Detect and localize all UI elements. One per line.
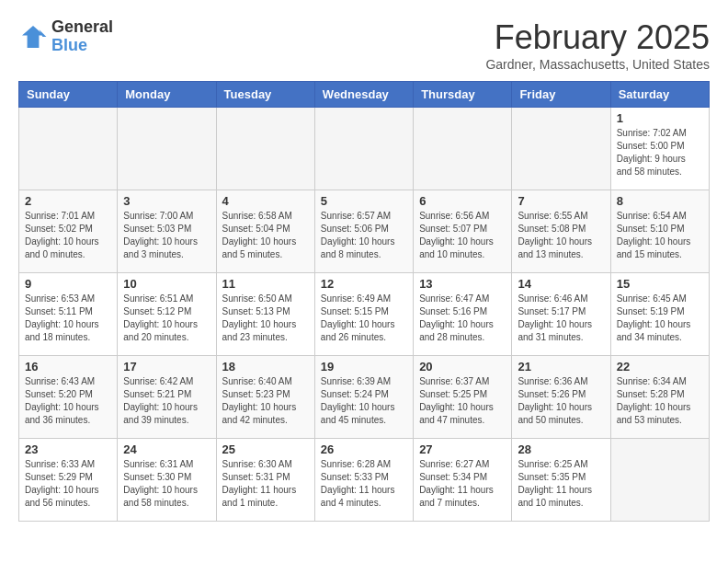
calendar-cell: 6Sunrise: 6:56 AM Sunset: 5:07 PM Daylig… — [414, 190, 512, 273]
calendar-cell — [216, 108, 314, 190]
day-info: Sunrise: 6:34 AM Sunset: 5:28 PM Dayligh… — [617, 375, 703, 427]
week-row-5: 23Sunrise: 6:33 AM Sunset: 5:29 PM Dayli… — [19, 439, 710, 522]
logo: General Blue — [18, 18, 113, 55]
weekday-header-saturday: Saturday — [610, 82, 709, 108]
calendar-cell — [414, 108, 512, 190]
day-number: 4 — [222, 194, 309, 208]
day-info: Sunrise: 6:39 AM Sunset: 5:24 PM Dayligh… — [321, 375, 407, 427]
calendar-subtitle: Gardner, Massachusetts, United States — [485, 57, 710, 72]
calendar-cell: 8Sunrise: 6:54 AM Sunset: 5:10 PM Daylig… — [610, 190, 709, 273]
day-number: 15 — [617, 277, 703, 291]
calendar-cell: 4Sunrise: 6:58 AM Sunset: 5:04 PM Daylig… — [216, 190, 314, 273]
week-row-1: 1Sunrise: 7:02 AM Sunset: 5:00 PM Daylig… — [19, 108, 710, 190]
calendar-cell — [314, 108, 413, 190]
day-info: Sunrise: 6:25 AM Sunset: 5:35 PM Dayligh… — [518, 458, 604, 510]
day-number: 8 — [617, 194, 703, 208]
day-number: 10 — [123, 277, 210, 291]
calendar-cell: 23Sunrise: 6:33 AM Sunset: 5:29 PM Dayli… — [19, 439, 118, 522]
day-number: 14 — [518, 277, 604, 291]
day-number: 20 — [419, 360, 506, 373]
day-info: Sunrise: 6:58 AM Sunset: 5:04 PM Dayligh… — [222, 210, 309, 261]
day-info: Sunrise: 6:36 AM Sunset: 5:26 PM Dayligh… — [518, 375, 604, 427]
weekday-header-monday: Monday — [118, 82, 216, 108]
calendar-cell: 28Sunrise: 6:25 AM Sunset: 5:35 PM Dayli… — [512, 439, 610, 522]
day-info: Sunrise: 6:49 AM Sunset: 5:15 PM Dayligh… — [321, 293, 407, 344]
calendar-cell — [512, 108, 610, 190]
svg-marker-1 — [22, 26, 44, 48]
day-number: 25 — [222, 442, 309, 456]
day-info: Sunrise: 6:54 AM Sunset: 5:10 PM Dayligh… — [617, 210, 703, 261]
calendar-title: February 2025 — [485, 18, 710, 57]
day-number: 5 — [321, 194, 407, 208]
day-number: 1 — [617, 111, 703, 125]
week-row-2: 2Sunrise: 7:01 AM Sunset: 5:02 PM Daylig… — [19, 190, 710, 273]
day-info: Sunrise: 6:53 AM Sunset: 5:11 PM Dayligh… — [25, 293, 111, 344]
day-number: 3 — [123, 194, 210, 208]
day-number: 7 — [518, 194, 604, 208]
calendar-cell: 25Sunrise: 6:30 AM Sunset: 5:31 PM Dayli… — [216, 439, 314, 522]
week-row-4: 16Sunrise: 6:43 AM Sunset: 5:20 PM Dayli… — [19, 356, 710, 439]
day-number: 22 — [617, 360, 703, 373]
weekday-header-tuesday: Tuesday — [216, 82, 314, 108]
page-header: General Blue February 2025 Gardner, Mass… — [18, 18, 710, 72]
day-number: 28 — [518, 442, 604, 456]
day-info: Sunrise: 6:56 AM Sunset: 5:07 PM Dayligh… — [419, 210, 506, 261]
day-info: Sunrise: 6:57 AM Sunset: 5:06 PM Dayligh… — [321, 210, 407, 261]
day-number: 6 — [419, 194, 506, 208]
day-info: Sunrise: 6:27 AM Sunset: 5:34 PM Dayligh… — [419, 458, 506, 510]
day-info: Sunrise: 6:50 AM Sunset: 5:13 PM Dayligh… — [222, 293, 309, 344]
calendar-cell: 12Sunrise: 6:49 AM Sunset: 5:15 PM Dayli… — [314, 273, 413, 356]
day-number: 27 — [419, 442, 506, 456]
calendar-cell — [118, 108, 216, 190]
calendar-cell: 1Sunrise: 7:02 AM Sunset: 5:00 PM Daylig… — [610, 108, 709, 190]
day-info: Sunrise: 7:01 AM Sunset: 5:02 PM Dayligh… — [25, 210, 111, 261]
weekday-header-wednesday: Wednesday — [314, 82, 413, 108]
calendar-cell: 19Sunrise: 6:39 AM Sunset: 5:24 PM Dayli… — [314, 356, 413, 439]
day-number: 18 — [222, 360, 309, 373]
calendar-cell: 13Sunrise: 6:47 AM Sunset: 5:16 PM Dayli… — [414, 273, 512, 356]
calendar-cell: 16Sunrise: 6:43 AM Sunset: 5:20 PM Dayli… — [19, 356, 118, 439]
calendar-cell — [19, 108, 118, 190]
week-row-3: 9Sunrise: 6:53 AM Sunset: 5:11 PM Daylig… — [19, 273, 710, 356]
day-number: 21 — [518, 360, 604, 373]
calendar-cell: 20Sunrise: 6:37 AM Sunset: 5:25 PM Dayli… — [414, 356, 512, 439]
calendar-cell: 11Sunrise: 6:50 AM Sunset: 5:13 PM Dayli… — [216, 273, 314, 356]
day-number: 9 — [25, 277, 111, 291]
day-info: Sunrise: 6:28 AM Sunset: 5:33 PM Dayligh… — [321, 458, 407, 510]
weekday-header-sunday: Sunday — [19, 82, 118, 108]
day-info: Sunrise: 6:31 AM Sunset: 5:30 PM Dayligh… — [123, 458, 210, 510]
calendar-cell — [610, 439, 709, 522]
calendar-table: SundayMondayTuesdayWednesdayThursdayFrid… — [18, 81, 710, 522]
day-number: 26 — [321, 442, 407, 456]
calendar-cell: 18Sunrise: 6:40 AM Sunset: 5:23 PM Dayli… — [216, 356, 314, 439]
calendar-cell: 22Sunrise: 6:34 AM Sunset: 5:28 PM Dayli… — [610, 356, 709, 439]
calendar-cell: 17Sunrise: 6:42 AM Sunset: 5:21 PM Dayli… — [118, 356, 216, 439]
day-number: 23 — [25, 442, 111, 456]
logo-text: General Blue — [51, 18, 113, 55]
calendar-cell: 9Sunrise: 6:53 AM Sunset: 5:11 PM Daylig… — [19, 273, 118, 356]
calendar-cell: 15Sunrise: 6:45 AM Sunset: 5:19 PM Dayli… — [610, 273, 709, 356]
day-info: Sunrise: 6:55 AM Sunset: 5:08 PM Dayligh… — [518, 210, 604, 261]
weekday-header-thursday: Thursday — [414, 82, 512, 108]
day-info: Sunrise: 7:00 AM Sunset: 5:03 PM Dayligh… — [123, 210, 210, 261]
logo-icon — [18, 22, 48, 52]
weekday-header-friday: Friday — [512, 82, 610, 108]
day-info: Sunrise: 6:46 AM Sunset: 5:17 PM Dayligh… — [518, 293, 604, 344]
day-info: Sunrise: 6:43 AM Sunset: 5:20 PM Dayligh… — [25, 375, 111, 427]
day-number: 16 — [25, 360, 111, 373]
weekday-header-row: SundayMondayTuesdayWednesdayThursdayFrid… — [19, 82, 710, 108]
calendar-cell: 24Sunrise: 6:31 AM Sunset: 5:30 PM Dayli… — [118, 439, 216, 522]
day-number: 12 — [321, 277, 407, 291]
calendar-cell: 27Sunrise: 6:27 AM Sunset: 5:34 PM Dayli… — [414, 439, 512, 522]
day-number: 17 — [123, 360, 210, 373]
day-info: Sunrise: 6:33 AM Sunset: 5:29 PM Dayligh… — [25, 458, 111, 510]
calendar-cell: 26Sunrise: 6:28 AM Sunset: 5:33 PM Dayli… — [314, 439, 413, 522]
title-section: February 2025 Gardner, Massachusetts, Un… — [485, 18, 710, 72]
calendar-cell: 7Sunrise: 6:55 AM Sunset: 5:08 PM Daylig… — [512, 190, 610, 273]
day-info: Sunrise: 6:47 AM Sunset: 5:16 PM Dayligh… — [419, 293, 506, 344]
day-number: 24 — [123, 442, 210, 456]
day-info: Sunrise: 7:02 AM Sunset: 5:00 PM Dayligh… — [617, 127, 703, 178]
day-number: 13 — [419, 277, 506, 291]
day-info: Sunrise: 6:37 AM Sunset: 5:25 PM Dayligh… — [419, 375, 506, 427]
calendar-cell: 2Sunrise: 7:01 AM Sunset: 5:02 PM Daylig… — [19, 190, 118, 273]
